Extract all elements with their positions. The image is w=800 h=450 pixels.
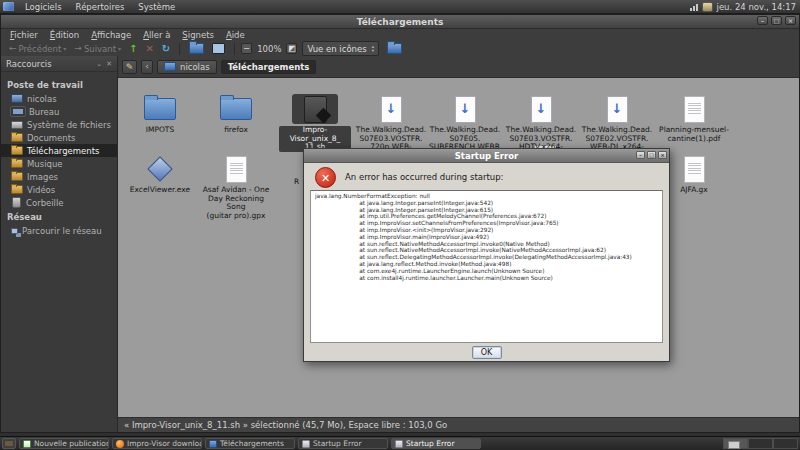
task-nouvelle-publication[interactable]: Nouvelle publication ... (19, 438, 109, 449)
maximize-button[interactable]: □ (771, 16, 782, 25)
folder-icon (11, 146, 23, 155)
dialog-body: ✕ An error has occurred during startup: … (304, 163, 669, 363)
file-item-asaf-avidan-one-day-reckoning-song-guitar-pro-gpx[interactable]: Asaf Avidan - OneDay Reckoning Song(guit… (200, 154, 272, 220)
crumb-scroll-left-button[interactable]: ‹ (141, 60, 153, 74)
zoom-level: 100% (254, 44, 284, 54)
file-item-impro-visor-unix-8-11-sh[interactable]: Impro-Visor_unix_8_11.sh (279, 94, 351, 153)
desktop-icon (11, 107, 25, 116)
forward-dropdown-icon[interactable]: ▾ (118, 45, 121, 52)
sidebar-collapse-icon[interactable]: ⌄ (96, 60, 102, 68)
panel-clock[interactable]: jeu. 24 nov., 14:17 (717, 2, 796, 12)
task-startup-error[interactable]: Startup Error (298, 438, 388, 449)
dialog-minimize-button[interactable]: – (636, 151, 645, 159)
window-titlebar[interactable]: Téléchargements – □ × (1, 15, 799, 29)
folder-icon (209, 440, 217, 448)
sidebar-close-icon[interactable]: ✕ (106, 60, 112, 68)
show-desktop-button[interactable] (2, 438, 16, 449)
sidebar-item-telechargements[interactable]: Téléchargements (1, 144, 117, 157)
sidebar-item-systeme-de-fichiers[interactable]: Système de fichiers (1, 118, 117, 131)
sidebar-section-header: Réseau (1, 209, 117, 224)
network-icon (11, 228, 18, 234)
sidebar-header: Raccourcis ⌄ ✕ (1, 56, 117, 72)
panel-menu-logiciels[interactable]: Logiciels (18, 2, 69, 12)
stack-trace-area[interactable]: java.lang.NumberFormatException: null at… (310, 190, 663, 343)
torrent-file-icon: ↓ (381, 96, 402, 123)
sidebar-item-videos[interactable]: Vidéos (1, 183, 117, 196)
menu-edition[interactable]: Édition (44, 30, 85, 40)
crumb-telechargements[interactable]: Téléchargements (221, 60, 317, 74)
panel-menu-repertoires[interactable]: Répertoires (69, 2, 132, 12)
ok-button[interactable]: OK (472, 346, 502, 359)
zoom-in-button[interactable]: ◩ (286, 43, 297, 54)
sidebar-item-label: Corbeille (26, 198, 64, 208)
zoom-out-button[interactable]: − (241, 43, 252, 54)
back-label: Précédent (19, 44, 62, 54)
folder-badge-icon (387, 43, 402, 54)
menu-affichage[interactable]: Affichage (85, 30, 137, 40)
dialog-maximize-button[interactable]: □ (647, 151, 656, 159)
sidebar-item-nicolas[interactable]: nicolas (1, 92, 117, 105)
window-title: Téléchargements (357, 17, 444, 27)
panel-menu-systeme[interactable]: Système (131, 2, 182, 12)
reload-button[interactable]: ↻ (159, 42, 173, 55)
menu-aller-a[interactable]: Aller à (137, 30, 176, 40)
tray-icon[interactable] (702, 2, 713, 12)
forward-button[interactable]: → Suivant ▾ (71, 43, 124, 55)
taskbar: Nouvelle publication ...Impro-Visor down… (0, 436, 800, 450)
file-icon-area (292, 94, 338, 124)
workspace-cell[interactable] (773, 438, 798, 449)
file-item-the-walking-dead-s07e05-subfrench-webr[interactable]: ↓The.Walking.Dead.S07E05.SUBFRENCH.WEBR.… (429, 94, 501, 152)
sidebar-item-corbeille[interactable]: Corbeille (1, 196, 117, 209)
network-signal-icon[interactable] (690, 3, 698, 11)
task-impro-visor-downloa[interactable]: Impro-Visor downloa... (112, 438, 202, 449)
torrent-file-icon: ↓ (607, 96, 628, 123)
open-folder-button[interactable] (186, 42, 207, 55)
sidebar-item-documents[interactable]: Documents (1, 131, 117, 144)
stack-trace: java.lang.NumberFormatException: null at… (315, 193, 658, 281)
applications-menu-icon[interactable] (3, 2, 14, 11)
menu-signets[interactable]: Signets (176, 30, 220, 40)
sidebar-item-bureau[interactable]: Bureau (1, 105, 117, 118)
menu-fichier[interactable]: Fichier (4, 30, 44, 40)
home-icon (11, 94, 23, 103)
view-mode-select[interactable]: Vue en icônes ▴▾ (302, 41, 378, 56)
folder-icon (11, 185, 23, 194)
sidebar-sections: Poste de travailnicolasBureauSystème de … (1, 72, 117, 237)
desktop-button[interactable] (209, 42, 228, 55)
dialog-titlebar[interactable]: Startup Error – □ × (304, 149, 669, 163)
sidebar-item-musique[interactable]: Musique (1, 157, 117, 170)
file-item-impots[interactable]: IMPOTS (124, 94, 196, 135)
file-item-firefox[interactable]: firefox (200, 94, 272, 135)
sidebar-item-images[interactable]: Images (1, 170, 117, 183)
file-label: ExcelViewer.exe (124, 186, 196, 195)
taskbar-buttons: Nouvelle publication ...Impro-Visor down… (19, 438, 481, 449)
menubar: FichierÉditionAffichageAller àSignetsAid… (1, 29, 799, 40)
combo-arrows-icon: ▴▾ (372, 45, 374, 53)
back-button[interactable]: ← Précédent ▾ (6, 43, 69, 55)
file-item-excelviewer-exe[interactable]: ExcelViewer.exe (124, 154, 196, 195)
file-icon-area: ↓ (429, 94, 501, 124)
menu-aide[interactable]: Aide (220, 30, 251, 40)
crumb-nicolas[interactable]: nicolas (157, 60, 217, 74)
task-telechargements[interactable]: Téléchargements (205, 438, 295, 449)
minimize-button[interactable]: – (757, 16, 768, 25)
workspace-cell[interactable] (723, 438, 748, 449)
statusbar: « Impro-Visor_unix_8_11.sh » sélectionné… (118, 417, 799, 432)
file-label: firefox (200, 126, 272, 135)
close-button[interactable]: × (785, 16, 796, 25)
new-tab-button[interactable] (384, 42, 405, 55)
go-up-button[interactable]: ↑ (126, 42, 140, 55)
back-dropdown-icon[interactable]: ▾ (63, 45, 66, 52)
stop-button[interactable]: ✕ (142, 42, 156, 55)
workspace-cell[interactable] (748, 438, 773, 449)
task-startup-error[interactable]: Startup Error (391, 438, 481, 449)
sidebar-item-label: Documents (27, 133, 75, 143)
sidebar-item-parcourir-le-reseau[interactable]: Parcourir le réseau (1, 224, 117, 237)
folder-file-icon (144, 98, 176, 120)
file-item-planning-mensuel-cantine-1-pdf[interactable]: Planning-mensuel-cantine(1).pdf (658, 94, 730, 143)
edit-path-button[interactable]: ✎ (122, 60, 137, 74)
document-file-icon (684, 156, 705, 183)
error-icon: ✕ (315, 167, 336, 188)
shell-script-file-icon (304, 96, 327, 123)
dialog-close-button[interactable]: × (658, 151, 667, 159)
